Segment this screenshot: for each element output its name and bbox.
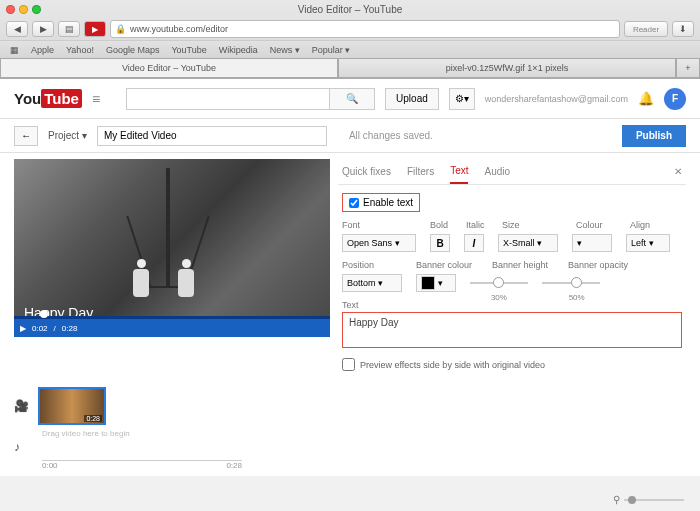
- bookmarks-bar: ▦ Apple Yahoo! Google Maps YouTube Wikip…: [0, 40, 700, 58]
- preview-side-by-side-checkbox[interactable]: Preview effects side by side with origin…: [342, 358, 682, 371]
- time-total: 0:28: [62, 324, 78, 333]
- search-form: 🔍: [126, 88, 375, 110]
- video-track-icon: 🎥: [14, 399, 30, 413]
- youtube-favicon-icon: ▶: [84, 21, 106, 37]
- timeline-ruler[interactable]: 0:00 0:28: [42, 460, 242, 470]
- control-labels-row1: Font Bold Italic Size Colour Align: [342, 220, 682, 230]
- timeline: 🎥 0:28 Drag video here to begin ♪ 0:00 0…: [0, 379, 700, 476]
- slider-knob[interactable]: [571, 277, 582, 288]
- text-input[interactable]: Happy Day: [342, 312, 682, 348]
- save-status: All changes saved.: [349, 130, 433, 141]
- audio-track[interactable]: ♪: [14, 438, 686, 456]
- upload-button[interactable]: Upload: [385, 88, 439, 110]
- banner-opacity-value: 50%: [569, 293, 585, 302]
- video-column: Happy Day ▶ 0:02 / 0:28: [14, 159, 330, 379]
- text-field-label: Text: [342, 300, 682, 310]
- scrubber-knob[interactable]: [40, 310, 48, 318]
- forward-button[interactable]: ▶: [32, 21, 54, 37]
- project-dropdown[interactable]: Project ▾: [48, 130, 87, 141]
- panel-tabs: Quick fixes Filters Text Audio ✕: [338, 159, 686, 185]
- project-bar: ← Project ▾ All changes saved. Publish: [0, 119, 700, 153]
- back-button[interactable]: ◀: [6, 21, 28, 37]
- bookmark-item[interactable]: Popular ▾: [312, 45, 351, 55]
- bookmark-item[interactable]: News ▾: [270, 45, 300, 55]
- banner-height-value: 30%: [491, 293, 507, 302]
- gear-icon: ⚙: [455, 93, 464, 104]
- url-bar[interactable]: 🔒 www.youtube.com/editor: [110, 20, 620, 38]
- publish-button[interactable]: Publish: [622, 125, 686, 147]
- lock-icon: 🔒: [115, 24, 126, 34]
- timeline-clip[interactable]: 0:28: [38, 387, 106, 425]
- menu-icon[interactable]: ≡: [92, 91, 106, 107]
- align-select[interactable]: Left ▾: [626, 234, 670, 252]
- banner-colour-select[interactable]: ▾: [416, 274, 456, 292]
- video-scene: [174, 259, 198, 303]
- video-controls: ▶ 0:02 / 0:28: [14, 319, 330, 337]
- bookmark-item[interactable]: Yahoo!: [66, 45, 94, 55]
- close-window-icon[interactable]: [6, 5, 15, 14]
- ruler-start: 0:00: [42, 461, 58, 470]
- zoom-slider[interactable]: [624, 499, 684, 501]
- video-scene: [166, 168, 170, 288]
- font-select[interactable]: Open Sans ▾: [342, 234, 416, 252]
- browser-tab[interactable]: Video Editor – YouTube: [0, 58, 338, 78]
- slider-knob[interactable]: [493, 277, 504, 288]
- play-icon[interactable]: ▶: [20, 324, 26, 333]
- size-select[interactable]: X-Small ▾: [498, 234, 558, 252]
- video-preview[interactable]: Happy Day ▶ 0:02 / 0:28: [14, 159, 330, 337]
- bold-button[interactable]: B: [430, 234, 450, 252]
- control-row2: Bottom ▾ ▾ 30% 50%: [342, 274, 682, 292]
- time-current: 0:02: [32, 324, 48, 333]
- text-panel: Enable text Font Bold Italic Size Colour…: [338, 185, 686, 379]
- tab-text[interactable]: Text: [450, 159, 468, 184]
- settings-button[interactable]: ⚙ ▾: [449, 88, 475, 110]
- clip-duration: 0:28: [84, 415, 102, 422]
- browser-tab[interactable]: pixel-v0.1z5WfW.gif 1×1 pixels: [338, 58, 676, 78]
- tab-audio[interactable]: Audio: [484, 160, 510, 183]
- user-email[interactable]: wondersharefantashow@gmail.com: [485, 94, 628, 104]
- new-tab-button[interactable]: +: [676, 58, 700, 78]
- download-button[interactable]: ⬇: [672, 21, 694, 37]
- search-button[interactable]: 🔍: [329, 88, 375, 110]
- minimize-window-icon[interactable]: [19, 5, 28, 14]
- preview-label: Preview effects side by side with origin…: [360, 360, 545, 370]
- bookmark-item[interactable]: Wikipedia: [219, 45, 258, 55]
- browser-chrome: Video Editor – YouTube ◀ ▶ ▤ ▶ 🔒 www.you…: [0, 0, 700, 79]
- search-input[interactable]: [126, 88, 329, 110]
- scrubber-track[interactable]: [14, 316, 330, 319]
- search-icon: 🔍: [346, 93, 358, 104]
- video-scene: [129, 259, 153, 303]
- enable-text-input[interactable]: [349, 198, 359, 208]
- colour-swatch-icon: [421, 276, 435, 290]
- bookmark-item[interactable]: Google Maps: [106, 45, 160, 55]
- youtube-logo[interactable]: YouTube: [14, 90, 82, 107]
- bookmark-item[interactable]: Apple: [31, 45, 54, 55]
- tab-filters[interactable]: Filters: [407, 160, 434, 183]
- project-name-input[interactable]: [97, 126, 327, 146]
- banner-opacity-slider[interactable]: 50%: [542, 274, 600, 292]
- position-select[interactable]: Bottom ▾: [342, 274, 402, 292]
- audio-track-icon: ♪: [14, 440, 30, 454]
- close-panel-icon[interactable]: ✕: [674, 160, 682, 183]
- back-to-projects-button[interactable]: ←: [14, 126, 38, 146]
- colour-select[interactable]: ▾: [572, 234, 612, 252]
- control-row1: Open Sans ▾ B I X-Small ▾ ▾ Left ▾: [342, 234, 682, 252]
- zoom-control[interactable]: ⚲: [613, 494, 684, 505]
- reader-button[interactable]: Reader: [624, 21, 668, 37]
- editor-content: Happy Day ▶ 0:02 / 0:28 Quick fixes Filt…: [0, 153, 700, 379]
- browser-toolbar: ◀ ▶ ▤ ▶ 🔒 www.youtube.com/editor Reader …: [0, 18, 700, 40]
- bookmark-item[interactable]: YouTube: [171, 45, 206, 55]
- italic-button[interactable]: I: [464, 234, 484, 252]
- window-controls[interactable]: [6, 5, 41, 14]
- url-text: www.youtube.com/editor: [130, 24, 228, 34]
- notifications-icon[interactable]: 🔔: [638, 91, 654, 106]
- preview-checkbox-input[interactable]: [342, 358, 355, 371]
- avatar[interactable]: F: [664, 88, 686, 110]
- banner-height-slider[interactable]: 30%: [470, 274, 528, 292]
- tab-quick-fixes[interactable]: Quick fixes: [342, 160, 391, 183]
- video-track[interactable]: 🎥 0:28: [14, 385, 686, 427]
- bookmarks-menu-icon[interactable]: ▦: [10, 45, 19, 55]
- enable-text-checkbox[interactable]: Enable text: [342, 193, 420, 212]
- zoom-window-icon[interactable]: [32, 5, 41, 14]
- bookmarks-button[interactable]: ▤: [58, 21, 80, 37]
